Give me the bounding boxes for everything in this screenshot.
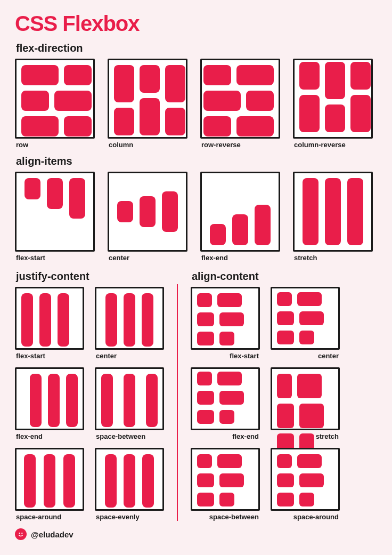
caption: flex-end xyxy=(201,254,280,262)
cheatsheet-page: CSS Flexbox flex-direction row column xyxy=(0,0,392,550)
diagram-box xyxy=(95,287,164,350)
example-align-items-stretch: stretch xyxy=(293,172,373,262)
caption: center xyxy=(109,254,187,262)
example-justify-content-space-evenly: space-evenly xyxy=(95,448,164,521)
diagram-box xyxy=(191,367,260,430)
diagram-box xyxy=(271,287,340,350)
caption: column-reverse xyxy=(294,141,373,149)
example-justify-content-flex-start: flex-start xyxy=(15,287,84,360)
caption: center xyxy=(271,352,339,360)
caption: flex-end xyxy=(16,432,84,440)
diagram-box xyxy=(293,172,373,252)
caption: row-reverse xyxy=(201,141,280,149)
logo-face-icon xyxy=(15,528,27,540)
caption: row xyxy=(16,141,95,149)
caption: space-evenly xyxy=(96,513,164,521)
diagram-box xyxy=(95,367,164,430)
caption: center xyxy=(96,352,164,360)
caption: space-around xyxy=(271,513,339,521)
caption: flex-start xyxy=(191,352,259,360)
example-align-content-center: center xyxy=(271,287,340,360)
caption: column xyxy=(109,141,187,149)
example-align-content-stretch: stretch xyxy=(271,367,340,440)
diagram-box xyxy=(108,59,187,139)
diagram-box xyxy=(15,172,95,252)
footer: @eludadev xyxy=(15,528,377,540)
svg-point-0 xyxy=(19,533,20,534)
example-justify-content-space-between: space-between xyxy=(95,367,164,440)
example-align-items-flex-start: flex-start xyxy=(15,172,95,262)
diagram-box xyxy=(15,59,95,139)
vertical-divider xyxy=(177,264,178,521)
example-align-items-center: center xyxy=(108,172,187,262)
diagram-box xyxy=(15,367,84,430)
diagram-box xyxy=(15,448,84,511)
diagram-box xyxy=(108,172,187,252)
example-align-content-flex-start: flex-start xyxy=(191,287,260,360)
example-justify-content-space-around: space-around xyxy=(15,448,84,521)
example-align-content-flex-end: flex-end xyxy=(191,367,260,440)
section-heading-align-content: align-content xyxy=(192,270,340,283)
diagram-box xyxy=(191,448,260,511)
example-justify-content-center: center xyxy=(95,287,164,360)
caption: flex-start xyxy=(16,254,95,262)
caption: flex-end xyxy=(191,432,259,440)
example-align-items-flex-end: flex-end xyxy=(200,172,280,262)
diagram-box xyxy=(271,367,340,430)
caption: stretch xyxy=(271,432,339,440)
example-align-content-space-around: space-around xyxy=(271,448,340,521)
section-heading-justify-content: justify-content xyxy=(16,270,164,283)
justify-content-group: justify-content flex-start center xyxy=(15,264,164,521)
example-flex-direction-row: row xyxy=(15,59,95,149)
example-flex-direction-column-reverse: column-reverse xyxy=(293,59,373,149)
example-flex-direction-column: column xyxy=(108,59,187,149)
diagram-box xyxy=(191,287,260,350)
align-content-group: align-content flex-start center xyxy=(191,264,340,521)
section-heading-align-items: align-items xyxy=(16,155,377,167)
caption: space-around xyxy=(16,513,84,521)
caption: flex-start xyxy=(16,352,84,360)
diagram-box xyxy=(200,172,280,252)
svg-point-1 xyxy=(21,533,22,534)
caption: space-between xyxy=(96,432,164,440)
example-justify-content-flex-end: flex-end xyxy=(15,367,84,440)
diagram-box xyxy=(15,287,84,350)
diagram-box xyxy=(293,59,373,139)
caption: space-between xyxy=(191,513,259,521)
section-heading-flex-direction: flex-direction xyxy=(16,42,377,54)
page-title: CSS Flexbox xyxy=(15,12,377,36)
diagram-box xyxy=(271,448,340,511)
align-items-row: flex-start center flex-end stretch xyxy=(15,172,377,262)
flex-direction-row: row column row-reverse col xyxy=(15,59,377,149)
diagram-box xyxy=(200,59,280,139)
caption: stretch xyxy=(294,254,373,262)
example-flex-direction-row-reverse: row-reverse xyxy=(200,59,280,149)
diagram-box xyxy=(95,448,164,511)
footer-handle: @eludadev xyxy=(31,530,74,539)
example-align-content-space-between: space-between xyxy=(191,448,260,521)
bottom-columns: justify-content flex-start center xyxy=(15,264,377,521)
